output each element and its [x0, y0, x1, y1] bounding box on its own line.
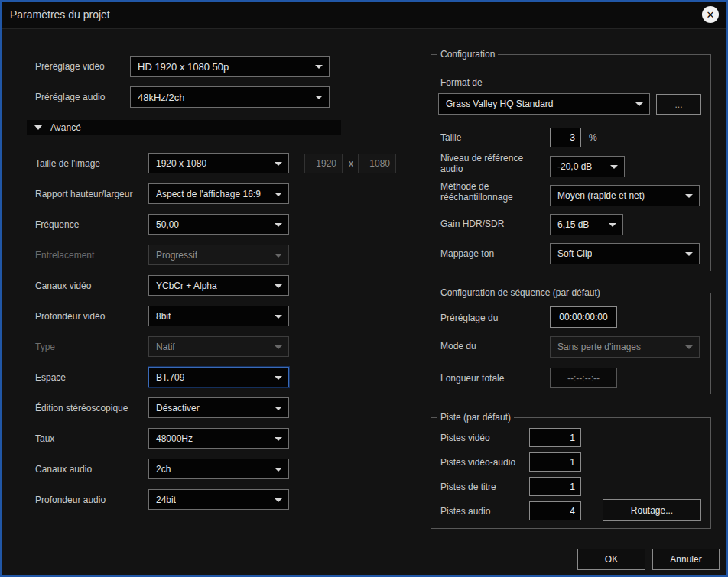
chevron-down-icon	[275, 254, 282, 258]
still-size-unit: %	[589, 132, 597, 143]
total-length-field: --:--:--:--	[550, 368, 617, 388]
stereoscopic-editing-dropdown[interactable]: Désactiver	[148, 397, 289, 418]
routing-button[interactable]: Routage...	[603, 499, 701, 521]
still-size-label: Taille	[440, 132, 461, 143]
va-tracks-label: Pistes vidéo-audio	[440, 457, 515, 468]
va-tracks-field[interactable]: 1	[529, 452, 581, 472]
interlacing-label: Entrelacement	[35, 250, 94, 261]
chevron-down-icon	[275, 284, 282, 288]
video-preset-dropdown[interactable]: HD 1920 x 1080 50p	[130, 56, 330, 77]
frame-size-label: Taille de l'image	[35, 158, 100, 169]
video-tracks-field[interactable]: 1	[529, 428, 581, 447]
interlacing-dropdown: Progressif	[148, 245, 289, 265]
timecode-mode-label: Mode du	[440, 341, 476, 352]
chevron-down-icon	[275, 193, 282, 196]
aspect-ratio-dropdown[interactable]: Aspect de l'affichage 16:9	[148, 183, 289, 204]
chevron-down-icon	[275, 376, 282, 380]
format-detail-button[interactable]: ...	[656, 94, 701, 115]
chevron-down-icon	[635, 102, 643, 106]
audio-reference-level-label: Niveau de référence audio	[440, 153, 538, 174]
track-group: Piste (par défaut) Pistes vidéo 1 Pistes…	[431, 417, 711, 529]
close-icon: ✕	[707, 10, 715, 20]
render-format-label: Format de	[440, 77, 483, 88]
timecode-mode-dropdown: Sans perte d'images	[550, 336, 700, 358]
timecode-preset-label: Préréglage du	[440, 313, 498, 323]
sequence-config-group-legend: Configuration de séquence (par défaut)	[437, 287, 603, 299]
hdr-sdr-gain-label: Gain HDR/SDR	[440, 219, 504, 229]
still-size-field[interactable]: 3	[550, 128, 581, 147]
chevron-down-icon	[275, 162, 282, 166]
video-preset-label: Préréglage vidéo	[35, 61, 105, 72]
title-tracks-label: Pistes de titre	[440, 481, 496, 492]
resampling-method-dropdown[interactable]: Moyen (rapide et net)	[550, 185, 700, 206]
chevron-down-icon	[315, 96, 323, 99]
video-channels-dropdown[interactable]: YCbCr + Alpha	[148, 275, 289, 296]
chevron-down-icon	[685, 194, 693, 198]
chevron-down-icon	[315, 65, 323, 69]
total-length-label: Longueur totale	[440, 373, 504, 384]
frame-size-dropdown[interactable]: 1920 x 1080	[148, 153, 289, 173]
chevron-down-icon	[275, 407, 282, 410]
framerate-dropdown[interactable]: 50,00	[148, 214, 289, 235]
type-label: Type	[35, 342, 55, 352]
chevron-down-icon	[275, 345, 282, 349]
ellipsis-icon: ...	[674, 99, 682, 110]
audio-channels-label: Canaux audio	[35, 464, 92, 475]
stereoscopic-editing-label: Édition stéréoscopique	[35, 403, 128, 413]
tone-mapping-label: Mappage ton	[440, 248, 494, 259]
project-settings-dialog: Paramètres du projet ✕ Préréglage vidéo …	[0, 0, 728, 577]
audio-tracks-field[interactable]: 4	[529, 501, 581, 520]
advanced-section-header[interactable]: Avancé	[27, 120, 341, 135]
audio-tracks-label: Pistes audio	[440, 506, 490, 517]
audio-reference-level-dropdown[interactable]: -20,0 dB	[550, 156, 625, 177]
title-tracks-field[interactable]: 1	[529, 477, 581, 496]
chevron-down-icon	[275, 498, 282, 502]
type-dropdown: Natif	[148, 336, 289, 357]
dialog-title: Paramètres du projet	[10, 8, 110, 21]
sample-rate-label: Taux	[35, 433, 54, 444]
video-channels-label: Canaux vidéo	[35, 280, 91, 291]
chevron-down-icon	[275, 437, 282, 441]
track-group-legend: Piste (par défaut)	[437, 412, 514, 423]
configuration-group-legend: Configuration	[437, 49, 498, 60]
video-bit-depth-dropdown[interactable]: 8bit	[148, 306, 289, 326]
chevron-down-icon	[685, 252, 693, 256]
video-bit-depth-label: Profondeur vidéo	[35, 311, 105, 322]
render-format-dropdown[interactable]: Grass Valley HQ Standard	[438, 93, 650, 115]
chevron-down-icon	[685, 345, 693, 349]
sequence-config-group: Configuration de séquence (par défaut) P…	[431, 293, 711, 394]
audio-bit-depth-label: Profondeur audio	[35, 494, 106, 505]
chevron-down-icon	[609, 223, 616, 227]
advanced-label: Avancé	[50, 122, 81, 133]
tone-mapping-dropdown[interactable]: Soft Clip	[550, 243, 700, 264]
ok-button[interactable]: OK	[577, 549, 645, 570]
collapse-triangle-icon	[34, 125, 42, 130]
chevron-down-icon	[610, 165, 618, 169]
audio-preset-dropdown[interactable]: 48kHz/2ch	[130, 86, 330, 108]
size-separator: x	[349, 158, 353, 169]
resampling-method-label: Méthode de rééchantillonnage	[440, 181, 536, 203]
chevron-down-icon	[275, 223, 282, 227]
title-bar: Paramètres du projet ✕	[0, 0, 728, 29]
close-button[interactable]: ✕	[702, 6, 719, 23]
video-tracks-label: Pistes vidéo	[440, 433, 490, 443]
audio-preset-label: Préréglage audio	[35, 92, 105, 102]
sample-rate-dropdown[interactable]: 48000Hz	[148, 428, 289, 449]
hdr-sdr-gain-dropdown[interactable]: 6,15 dB	[550, 214, 623, 235]
chevron-down-icon	[275, 468, 282, 472]
audio-bit-depth-dropdown[interactable]: 24bit	[148, 489, 289, 510]
color-space-label: Espace	[35, 372, 66, 383]
timecode-preset-field[interactable]: 00:00:00:00	[550, 306, 617, 328]
frame-width-field: 1920	[304, 154, 343, 173]
configuration-group: Configuration Format de Grass Valley HQ …	[431, 54, 711, 271]
chevron-down-icon	[275, 315, 282, 319]
frame-height-field: 1080	[358, 154, 396, 173]
audio-channels-dropdown[interactable]: 2ch	[148, 459, 289, 479]
aspect-ratio-label: Rapport hauteur/largeur	[35, 189, 132, 199]
color-space-dropdown[interactable]: BT.709	[148, 367, 289, 387]
cancel-button[interactable]: Annuler	[652, 549, 720, 570]
framerate-label: Fréquence	[35, 219, 79, 230]
